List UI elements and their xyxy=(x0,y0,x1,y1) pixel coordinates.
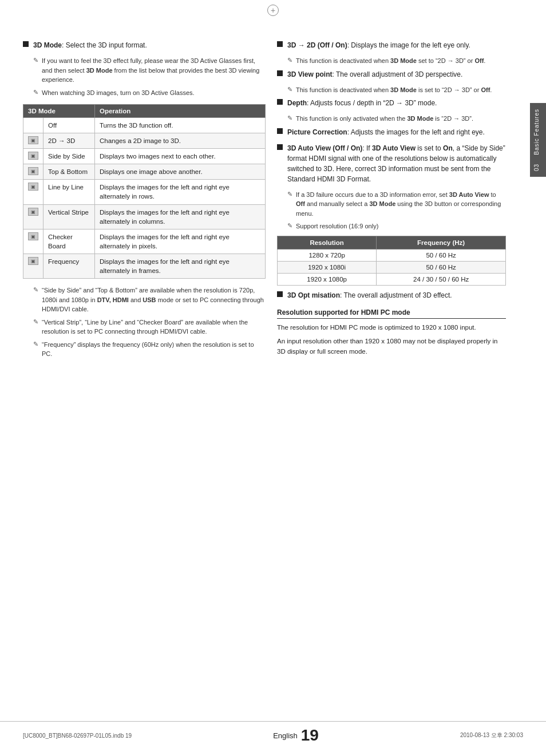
table-row: ▣ Side by Side Displays two images next … xyxy=(23,149,266,164)
note-r2-end: . xyxy=(490,86,492,93)
note-depth-activated: ✎ This function is only activated when t… xyxy=(287,114,506,124)
mode-desc-cell: Turns the 3D function off. xyxy=(95,118,266,133)
mode-icon-cell xyxy=(23,118,43,133)
3d-mode-table: 3D Mode Operation Off Turns the 3D funct… xyxy=(23,104,266,279)
note-side-by-side: ✎ “Side by Side” and “Top & Bottom” are … xyxy=(33,286,266,314)
depth-label: Depth xyxy=(287,99,307,107)
note-r2-rest: is set to “2D → 3D” or xyxy=(417,86,481,93)
mode-name-cell: 2D → 3D xyxy=(43,133,95,149)
table-col2-header: Operation xyxy=(95,105,266,118)
table-row: ▣ Line by Line Displays the images for t… xyxy=(23,180,266,204)
av-label: 3D Auto View (Off / On) xyxy=(287,144,362,152)
res-cell: 1920 x 1080i xyxy=(278,261,377,273)
note-sbs-text: “Side by Side” and “Top & Bottom” are av… xyxy=(42,286,266,314)
note-vs-text: “Vertical Strip”, “Line by Line” and “Ch… xyxy=(42,318,266,337)
mode-desc-cell: Displays the images for the left and rig… xyxy=(95,229,266,254)
note3-bold2: USB xyxy=(143,296,156,303)
note1-bold: 3D Mode xyxy=(86,67,113,74)
pencil-icon-1: ✎ xyxy=(33,57,38,64)
note-3d-active-glasses: ✎ When watching 3D images, turn on 3D Ac… xyxy=(33,88,266,98)
note-vp-deactivated: ✎ This function is deactivated when 3D M… xyxy=(287,85,506,95)
note-glasses-text: When watching 3D images, turn on 3D Acti… xyxy=(42,88,195,98)
pencil-icon-4: ✎ xyxy=(33,318,38,326)
note-r1-bold2: Off xyxy=(474,57,484,64)
note-3d-auto-view-failure: ✎ If a 3D failure occurs due to a 3D inf… xyxy=(287,190,506,219)
note-av-bold1: 3D Auto View xyxy=(449,191,489,198)
bullet-square-2 xyxy=(277,41,283,47)
res-cell: 1920 x 1080p xyxy=(278,273,377,285)
chapter-side-tab: 03 Basic Features xyxy=(530,103,546,177)
note-vp-text: This function is deactivated when 3D Mod… xyxy=(296,85,492,95)
english-label: English xyxy=(273,731,298,740)
av-on: On xyxy=(443,144,453,152)
note-support-resolution: ✎ Support resolution (16:9 only) xyxy=(287,221,506,231)
hdmi-pc-text1: The resolution for HDMI PC mode is optim… xyxy=(277,322,506,333)
3d-2d-label: 3D → 2D (Off / On) xyxy=(287,41,347,49)
res-col2-header: Frequency (Hz) xyxy=(377,236,506,249)
bullet-depth: Depth: Adjusts focus / depth in “2D → 3D… xyxy=(277,98,506,108)
mode-desc-cell: Displays two images next to each other. xyxy=(95,149,266,164)
note-3d-effect-text: If you want to feel the 3D effect fully,… xyxy=(42,56,266,85)
note-av-bold2: Off xyxy=(296,200,305,207)
av-bold: 3D Auto View xyxy=(372,144,416,152)
bullet-square-4 xyxy=(277,99,283,105)
hdmi-pc-section-heading: Resolution supported for HDMI PC mode xyxy=(277,308,506,319)
footer-right-text: 2010-08-13 오후 2:30:03 xyxy=(460,731,523,739)
note-r2-pre: This function is deactivated when xyxy=(296,86,390,93)
opt-rest: : The overall adjustment of 3D effect. xyxy=(340,291,452,299)
page-number: 19 xyxy=(301,726,319,745)
pencil-icon-r2: ✎ xyxy=(287,86,292,93)
bullet-picture-correction: Picture Correction: Adjusts the images f… xyxy=(277,127,506,137)
3d-mode-label: 3D Mode xyxy=(33,41,62,49)
bullet-pc-text: Picture Correction: Adjusts the images f… xyxy=(287,127,485,137)
note-support-res-text: Support resolution (16:9 only) xyxy=(296,221,378,231)
page-footer: [UC8000_BT]BN68-02697P-01L05.indb 19 Eng… xyxy=(0,721,546,745)
note-av-rest: and manually select a xyxy=(305,200,370,207)
note-r3-pre: This function is only activated when the xyxy=(296,115,407,122)
mode-icon-cell: ▣ xyxy=(23,180,43,204)
opt-label: 3D Opt misation xyxy=(287,291,340,299)
note-vertical-strip: ✎ “Vertical Strip”, “Line by Line” and “… xyxy=(33,318,266,337)
pc-label: Picture Correction xyxy=(287,128,347,136)
pencil-icon-5: ✎ xyxy=(33,341,38,348)
mode-icon-cell: ▣ xyxy=(23,204,43,229)
note-r1-pre: This function is deactivated when xyxy=(296,57,390,64)
bullet-3d-2d-text: 3D → 2D (Off / On): Displays the image f… xyxy=(287,40,470,50)
note-r2-bold2: Off xyxy=(481,86,490,93)
av-rest2: is set to xyxy=(416,144,443,152)
mode-desc-cell: Displays the images for the left and rig… xyxy=(95,254,266,278)
table-row: ▣ Checker Board Displays the images for … xyxy=(23,229,266,254)
note-freq-text: “Frequency” displays the frequency (60Hz… xyxy=(42,340,266,359)
bullet-3d-mode-text: 3D Mode: Select the 3D input format. xyxy=(33,40,147,50)
note-r2-bold: 3D Mode xyxy=(390,86,417,93)
mode-desc-cell: Displays the images for the left and rig… xyxy=(95,204,266,229)
res-table-row: 1920 x 1080i 50 / 60 Hz xyxy=(278,261,506,273)
pencil-icon-2: ✎ xyxy=(33,89,38,96)
bullet-3dvp-text: 3D View point: The overall adjustment of… xyxy=(287,69,462,80)
res-table-row: 1280 x 720p 50 / 60 Hz xyxy=(278,249,506,261)
bullet-3d-auto-view: 3D Auto View (Off / On): If 3D Auto View… xyxy=(277,143,506,184)
table-row: ▣ Top & Bottom Displays one image above … xyxy=(23,164,266,180)
table-row: ▣ Frequency Displays the images for the … xyxy=(23,254,266,278)
footer-left-text: [UC8000_BT]BN68-02697P-01L05.indb 19 xyxy=(23,733,132,739)
3d-2d-rest: : Displays the image for the left eye on… xyxy=(347,41,470,49)
note-3d-effect: ✎ If you want to feel the 3D effect full… xyxy=(33,56,266,85)
note3-mid: and xyxy=(129,296,143,303)
bullet-3d-mode: 3D Mode: Select the 3D input format. xyxy=(23,40,266,50)
res-cell: 1280 x 720p xyxy=(278,249,377,261)
note-av-text: If a 3D failure occurs due to a 3D infor… xyxy=(296,190,506,219)
bullet-depth-text: Depth: Adjusts focus / depth in “2D → 3D… xyxy=(287,98,437,108)
depth-rest: : Adjusts focus / depth in “2D → 3D” mod… xyxy=(307,99,437,107)
3d-mode-rest: Select the 3D input format. xyxy=(64,41,147,49)
pencil-icon-3: ✎ xyxy=(33,286,38,294)
note-frequency: ✎ “Frequency” displays the frequency (60… xyxy=(33,340,266,359)
mode-icon-cell: ▣ xyxy=(23,229,43,254)
table-row: Off Turns the 3D function off. xyxy=(23,118,266,133)
bullet-3d-viewpoint: 3D View point: The overall adjustment of… xyxy=(277,69,506,80)
left-column: 3D Mode: Select the 3D input format. ✎ I… xyxy=(23,40,266,362)
pencil-icon-r1: ✎ xyxy=(287,57,292,64)
note3-bold1: DTV, HDMI xyxy=(97,296,129,303)
mode-desc-cell: Changes a 2D image to 3D. xyxy=(95,133,266,149)
mode-name-cell: Checker Board xyxy=(43,229,95,254)
av-rest: : If xyxy=(362,144,372,152)
